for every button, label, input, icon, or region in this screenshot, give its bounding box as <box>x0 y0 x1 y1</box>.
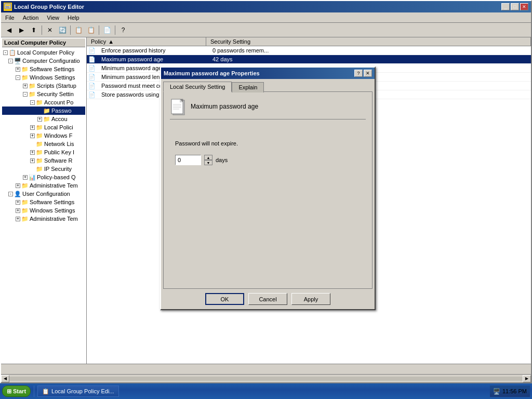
tree-item-policy-based[interactable]: + 📊 Policy-based Q <box>2 173 85 181</box>
tree-item-ip-security[interactable]: 📁 IP Security <box>2 165 85 173</box>
tab-explain[interactable]: Explain <box>232 82 264 92</box>
folder-icon: 📁 <box>36 157 43 164</box>
back-button[interactable]: ◀ <box>3 24 15 36</box>
taskbar-task-gpe[interactable]: 📋 Local Group Policy Edi... <box>37 385 118 397</box>
cancel-button[interactable]: Cancel <box>248 293 287 305</box>
tree-item-label: Network Lis <box>44 141 74 147</box>
policy-cell: Maximum password age <box>97 55 208 63</box>
toggle-icon[interactable]: - <box>30 100 35 105</box>
tree-item-windows-settings[interactable]: - 📁 Windows Settings <box>2 73 85 82</box>
menu-help[interactable]: Help <box>65 14 82 21</box>
copy-button[interactable]: 📋 <box>73 24 84 36</box>
tree-item-label: IP Security <box>44 166 72 172</box>
tree-item-computer-config[interactable]: - 🖥️ Computer Configuratio <box>2 57 85 65</box>
toggle-icon[interactable]: + <box>30 150 35 155</box>
hscrollbar[interactable]: ◀ ▶ <box>1 374 531 382</box>
menu-file[interactable]: File <box>3 14 17 21</box>
folder-icon: 📁 <box>43 107 50 114</box>
tree-item-password-policy[interactable]: 📁 Passwo <box>2 107 85 115</box>
scroll-left-button[interactable]: ◀ <box>1 375 9 382</box>
tree-item-admin-templates-comp[interactable]: + 📁 Administrative Tem <box>2 181 85 190</box>
days-spinner-input[interactable]: 0 <box>175 155 201 165</box>
toggle-icon[interactable]: + <box>30 125 35 130</box>
tab-local-security-setting[interactable]: Local Security Setting <box>163 82 232 92</box>
start-label: Start <box>13 388 26 394</box>
policy-icon: 📄 <box>88 73 96 81</box>
svg-rect-1 <box>6 5 10 6</box>
dialog-title-bar: Maximum password age Properties ? ✕ <box>161 68 375 79</box>
tree-item-account-policies[interactable]: - 📁 Account Po <box>2 98 85 107</box>
toggle-icon[interactable]: + <box>16 183 20 188</box>
window-controls: _ □ ✕ <box>501 3 528 10</box>
tree-item-windows-settings-user[interactable]: + 📁 Windows Settings <box>2 206 85 215</box>
window-title: Local Group Policy Editor <box>14 4 84 10</box>
tree-item-local-computer-policy[interactable]: - 📋 Local Computer Policy <box>2 48 85 57</box>
properties-button[interactable]: 📄 <box>101 24 113 36</box>
toggle-icon[interactable]: - <box>16 75 20 80</box>
toggle-icon[interactable]: - <box>8 59 13 63</box>
close-button[interactable]: ✕ <box>520 3 528 10</box>
start-icon: ⊞ <box>7 388 11 395</box>
toggle-icon[interactable]: + <box>37 117 42 122</box>
toggle-icon[interactable]: + <box>30 134 35 138</box>
policy-column-header[interactable]: Policy ▲ <box>87 37 206 46</box>
tree-item-label: Accou <box>51 116 68 122</box>
task-icon: 📋 <box>42 388 49 395</box>
dialog-help-button[interactable]: ? <box>354 70 363 77</box>
policy-cell: Enforce password history <box>97 46 208 55</box>
tree-item-label: Passwo <box>51 108 72 114</box>
tree-item-software-settings[interactable]: + 📁 Software Settings <box>2 65 85 73</box>
toggle-icon[interactable]: - <box>3 50 8 55</box>
dialog-close-button[interactable]: ✕ <box>364 70 372 77</box>
security-column-header[interactable]: Security Setting <box>206 37 531 46</box>
toggle-icon[interactable]: - <box>23 92 28 97</box>
toggle-icon[interactable]: + <box>16 208 20 213</box>
start-button[interactable]: ⊞ Start <box>2 385 31 397</box>
taskbar-right: 🖥️ 11:56 PM <box>490 385 530 397</box>
toggle-icon[interactable]: + <box>30 158 35 163</box>
folder-icon: 📁 <box>21 74 29 81</box>
tree-item-software-restriction[interactable]: + 📁 Software R <box>2 156 85 165</box>
toggle-icon[interactable]: + <box>16 67 20 72</box>
list-item[interactable]: 📄 Enforce password history 0 passwords r… <box>87 46 531 55</box>
folder-icon: 📁 <box>21 198 29 206</box>
tree-item-public-key[interactable]: + 📁 Public Key I <box>2 148 85 156</box>
spinner-down-button[interactable]: ▼ <box>204 160 212 165</box>
spinner-up-button[interactable]: ▲ <box>204 155 212 160</box>
toggle-icon[interactable]: + <box>16 200 20 205</box>
maximize-button[interactable]: □ <box>511 3 519 10</box>
minimize-button[interactable]: _ <box>501 3 510 10</box>
apply-button[interactable]: Apply <box>291 293 330 305</box>
tree-item-label: Software R <box>44 157 72 164</box>
menu-view[interactable]: View <box>45 14 61 21</box>
folder-icon: 📁 <box>36 165 43 172</box>
toggle-icon[interactable]: - <box>8 192 13 196</box>
tree-item-label: Security Settin <box>37 91 74 97</box>
tree-item-software-settings-user[interactable]: + 📁 Software Settings <box>2 198 85 206</box>
toggle-icon[interactable]: + <box>23 84 28 88</box>
tree-item-local-policies[interactable]: + 📁 Local Polici <box>2 123 85 131</box>
tree-item-user-configuration[interactable]: - 👤 User Configuration <box>2 190 85 198</box>
list-item[interactable]: 📄 Maximum password age 42 days <box>87 55 531 64</box>
folder-icon: 📁 <box>36 99 43 106</box>
tree-item-windows-firewall[interactable]: + 📁 Windows F <box>2 131 85 140</box>
tree-item-network-list[interactable]: 📁 Network Lis <box>2 140 85 148</box>
help-button[interactable]: ? <box>117 24 129 36</box>
tree-item-scripts[interactable]: + 📁 Scripts (Startup <box>2 82 85 90</box>
ok-button[interactable]: OK <box>205 293 244 305</box>
stop-button[interactable]: ✕ <box>44 24 56 36</box>
scroll-right-button[interactable]: ▶ <box>523 375 531 382</box>
tree-item-admin-templates-user[interactable]: + 📁 Administrative Tem <box>2 215 85 223</box>
toggle-icon[interactable]: + <box>16 217 20 221</box>
toggle-icon[interactable]: + <box>23 175 28 180</box>
menu-action[interactable]: Action <box>21 14 41 21</box>
chart-icon: 📊 <box>29 174 36 181</box>
tree-item-security-settings[interactable]: - 📁 Security Settin <box>2 90 85 98</box>
folder-icon: 📋 <box>9 49 16 56</box>
tree-item-account-lockout[interactable]: + 📁 Accou <box>2 115 85 123</box>
refresh-button[interactable]: 🔄 <box>57 24 68 36</box>
paste-button[interactable]: 📋 <box>85 24 97 36</box>
forward-button[interactable]: ▶ <box>16 24 27 36</box>
up-button[interactable]: ⬆ <box>28 24 39 36</box>
password-expiry-text: Password will not expire. <box>175 140 361 147</box>
